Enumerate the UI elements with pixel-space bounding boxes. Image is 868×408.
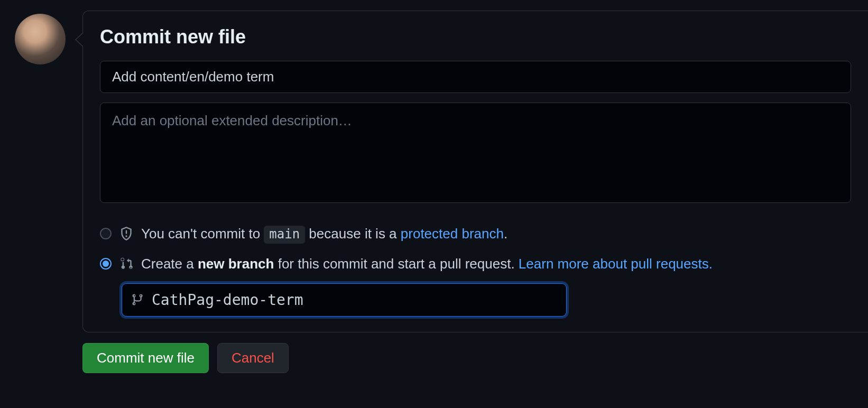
avatar[interactable] xyxy=(15,14,66,64)
branch-name-input[interactable] xyxy=(122,284,566,316)
panel-title: Commit new file xyxy=(100,26,851,48)
option-direct-text: You can't commit to main because it is a… xyxy=(141,224,507,244)
git-branch-icon xyxy=(132,293,144,306)
commit-description-textarea[interactable] xyxy=(100,103,851,203)
commit-summary-input[interactable] xyxy=(100,61,851,93)
commit-button[interactable]: Commit new file xyxy=(82,343,209,373)
branch-name-field[interactable] xyxy=(122,284,566,316)
option-commit-direct: You can't commit to main because it is a… xyxy=(100,224,851,244)
cancel-button[interactable]: Cancel xyxy=(217,343,289,373)
option-newbranch-text: Create a new branch for this commit and … xyxy=(141,254,713,273)
pull-request-icon xyxy=(119,256,134,271)
main-branch-chip: main xyxy=(264,226,305,244)
radio-new-branch[interactable] xyxy=(100,258,112,270)
radio-commit-direct xyxy=(100,228,112,239)
learn-pull-requests-link[interactable]: Learn more about pull requests. xyxy=(519,256,713,272)
shield-icon xyxy=(119,226,134,241)
option-new-branch[interactable]: Create a new branch for this commit and … xyxy=(100,254,851,273)
actions-row: Commit new file Cancel xyxy=(82,343,868,373)
commit-panel: Commit new file You can't commit to main… xyxy=(82,11,868,332)
protected-branch-link[interactable]: protected branch xyxy=(401,226,504,242)
